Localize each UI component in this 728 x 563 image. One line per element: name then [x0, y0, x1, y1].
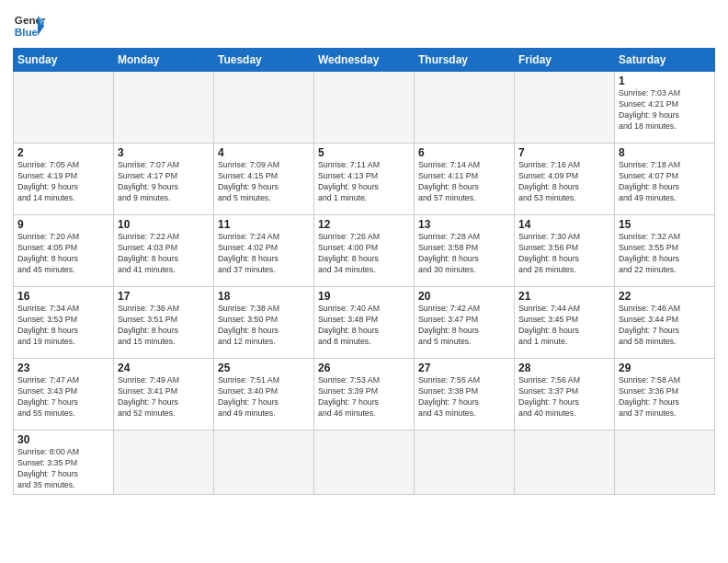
day-info: Sunrise: 7:11 AMSunset: 4:13 PMDaylight:… [318, 160, 410, 204]
day-number: 1 [619, 75, 711, 87]
day-number: 10 [118, 218, 210, 231]
day-number: 25 [218, 362, 310, 374]
day-info: Sunrise: 7:16 AMSunset: 4:09 PMDaylight:… [518, 160, 610, 204]
calendar-cell: 27Sunrise: 7:55 AMSunset: 3:38 PMDayligh… [415, 359, 515, 431]
calendar-cell: 18Sunrise: 7:38 AMSunset: 3:50 PMDayligh… [214, 287, 314, 359]
calendar-cell: 1Sunrise: 7:03 AMSunset: 4:21 PMDaylight… [615, 72, 715, 144]
calendar-cell: 6Sunrise: 7:14 AMSunset: 4:11 PMDaylight… [415, 144, 515, 215]
calendar-cell [114, 431, 214, 495]
day-info: Sunrise: 7:26 AMSunset: 4:00 PMDaylight:… [318, 232, 410, 276]
day-number: 6 [418, 146, 510, 159]
header: General Blue [13, 9, 715, 42]
day-number: 24 [118, 362, 210, 374]
weekday-header-friday: Friday [515, 49, 615, 72]
calendar-cell: 8Sunrise: 7:18 AMSunset: 4:07 PMDaylight… [615, 144, 715, 215]
day-info: Sunrise: 7:38 AMSunset: 3:50 PMDaylight:… [218, 304, 310, 348]
calendar-week-row: 9Sunrise: 7:20 AMSunset: 4:05 PMDaylight… [14, 215, 715, 287]
calendar-cell: 2Sunrise: 7:05 AMSunset: 4:19 PMDaylight… [14, 144, 114, 215]
day-info: Sunrise: 7:46 AMSunset: 3:44 PMDaylight:… [619, 304, 711, 348]
calendar-cell: 9Sunrise: 7:20 AMSunset: 4:05 PMDaylight… [14, 215, 114, 287]
calendar-cell: 21Sunrise: 7:44 AMSunset: 3:45 PMDayligh… [515, 287, 615, 359]
day-info: Sunrise: 7:44 AMSunset: 3:45 PMDaylight:… [518, 304, 610, 348]
calendar-cell [515, 72, 615, 144]
day-number: 19 [318, 290, 410, 303]
day-info: Sunrise: 7:55 AMSunset: 3:38 PMDaylight:… [418, 375, 510, 419]
weekday-header-sunday: Sunday [14, 49, 114, 72]
logo-icon: General Blue [13, 9, 46, 42]
calendar-cell [515, 431, 615, 495]
day-number: 13 [418, 218, 510, 231]
day-info: Sunrise: 7:34 AMSunset: 3:53 PMDaylight:… [17, 304, 109, 348]
day-number: 4 [218, 146, 310, 159]
weekday-header-tuesday: Tuesday [214, 49, 314, 72]
weekday-header-thursday: Thursday [415, 49, 515, 72]
calendar-cell [114, 72, 214, 144]
day-info: Sunrise: 7:42 AMSunset: 3:47 PMDaylight:… [418, 304, 510, 348]
calendar-cell [314, 72, 415, 144]
calendar-cell [214, 72, 314, 144]
calendar-cell: 29Sunrise: 7:58 AMSunset: 3:36 PMDayligh… [615, 359, 715, 431]
calendar-cell: 25Sunrise: 7:51 AMSunset: 3:40 PMDayligh… [214, 359, 314, 431]
calendar-week-row: 23Sunrise: 7:47 AMSunset: 3:43 PMDayligh… [14, 359, 715, 431]
calendar-cell: 23Sunrise: 7:47 AMSunset: 3:43 PMDayligh… [14, 359, 114, 431]
day-number: 27 [418, 362, 510, 374]
day-number: 14 [518, 218, 610, 231]
day-number: 22 [619, 290, 711, 303]
calendar-cell [214, 431, 314, 495]
calendar-cell [314, 431, 415, 495]
day-number: 16 [17, 290, 109, 303]
day-number: 2 [17, 146, 109, 159]
calendar-cell: 11Sunrise: 7:24 AMSunset: 4:02 PMDayligh… [214, 215, 314, 287]
day-info: Sunrise: 7:32 AMSunset: 3:55 PMDaylight:… [619, 232, 711, 276]
day-info: Sunrise: 7:24 AMSunset: 4:02 PMDaylight:… [218, 232, 310, 276]
day-info: Sunrise: 7:14 AMSunset: 4:11 PMDaylight:… [418, 160, 510, 204]
day-info: Sunrise: 7:47 AMSunset: 3:43 PMDaylight:… [17, 375, 109, 419]
weekday-header-row: SundayMondayTuesdayWednesdayThursdayFrid… [14, 49, 715, 72]
calendar-cell: 30Sunrise: 8:00 AMSunset: 3:35 PMDayligh… [14, 431, 114, 495]
calendar-cell: 26Sunrise: 7:53 AMSunset: 3:39 PMDayligh… [314, 359, 415, 431]
calendar-cell: 28Sunrise: 7:56 AMSunset: 3:37 PMDayligh… [515, 359, 615, 431]
day-number: 29 [619, 362, 711, 374]
calendar-cell: 10Sunrise: 7:22 AMSunset: 4:03 PMDayligh… [114, 215, 214, 287]
calendar-cell: 3Sunrise: 7:07 AMSunset: 4:17 PMDaylight… [114, 144, 214, 215]
calendar-cell: 7Sunrise: 7:16 AMSunset: 4:09 PMDaylight… [515, 144, 615, 215]
day-info: Sunrise: 7:20 AMSunset: 4:05 PMDaylight:… [17, 232, 109, 276]
day-number: 3 [118, 146, 210, 159]
calendar-table: SundayMondayTuesdayWednesdayThursdayFrid… [13, 48, 715, 495]
weekday-header-wednesday: Wednesday [314, 49, 415, 72]
day-info: Sunrise: 7:36 AMSunset: 3:51 PMDaylight:… [118, 304, 210, 348]
day-number: 18 [218, 290, 310, 303]
calendar-cell: 5Sunrise: 7:11 AMSunset: 4:13 PMDaylight… [314, 144, 415, 215]
day-info: Sunrise: 7:56 AMSunset: 3:37 PMDaylight:… [518, 375, 610, 419]
day-number: 8 [619, 146, 711, 159]
day-number: 11 [218, 218, 310, 231]
day-number: 30 [17, 433, 109, 446]
logo: General Blue [13, 9, 46, 42]
calendar-cell: 15Sunrise: 7:32 AMSunset: 3:55 PMDayligh… [615, 215, 715, 287]
day-info: Sunrise: 7:05 AMSunset: 4:19 PMDaylight:… [17, 160, 109, 204]
day-info: Sunrise: 8:00 AMSunset: 3:35 PMDaylight:… [17, 447, 109, 491]
day-info: Sunrise: 7:49 AMSunset: 3:41 PMDaylight:… [118, 375, 210, 419]
calendar-week-row: 1Sunrise: 7:03 AMSunset: 4:21 PMDaylight… [14, 72, 715, 144]
calendar-week-row: 16Sunrise: 7:34 AMSunset: 3:53 PMDayligh… [14, 287, 715, 359]
calendar-cell: 17Sunrise: 7:36 AMSunset: 3:51 PMDayligh… [114, 287, 214, 359]
calendar-cell: 12Sunrise: 7:26 AMSunset: 4:00 PMDayligh… [314, 215, 415, 287]
calendar-cell: 14Sunrise: 7:30 AMSunset: 3:56 PMDayligh… [515, 215, 615, 287]
calendar-cell [415, 72, 515, 144]
weekday-header-saturday: Saturday [615, 49, 715, 72]
day-info: Sunrise: 7:18 AMSunset: 4:07 PMDaylight:… [619, 160, 711, 204]
day-info: Sunrise: 7:07 AMSunset: 4:17 PMDaylight:… [118, 160, 210, 204]
calendar-cell [615, 431, 715, 495]
day-number: 21 [518, 290, 610, 303]
calendar-cell: 24Sunrise: 7:49 AMSunset: 3:41 PMDayligh… [114, 359, 214, 431]
calendar-cell [14, 72, 114, 144]
day-info: Sunrise: 7:40 AMSunset: 3:48 PMDaylight:… [318, 304, 410, 348]
page-container: General Blue SundayMondayTuesdayWednesda… [0, 0, 728, 500]
calendar-cell [415, 431, 515, 495]
day-number: 17 [118, 290, 210, 303]
calendar-week-row: 2Sunrise: 7:05 AMSunset: 4:19 PMDaylight… [14, 144, 715, 215]
day-number: 15 [619, 218, 711, 231]
svg-text:Blue: Blue [15, 26, 39, 38]
day-info: Sunrise: 7:09 AMSunset: 4:15 PMDaylight:… [218, 160, 310, 204]
day-number: 9 [17, 218, 109, 231]
